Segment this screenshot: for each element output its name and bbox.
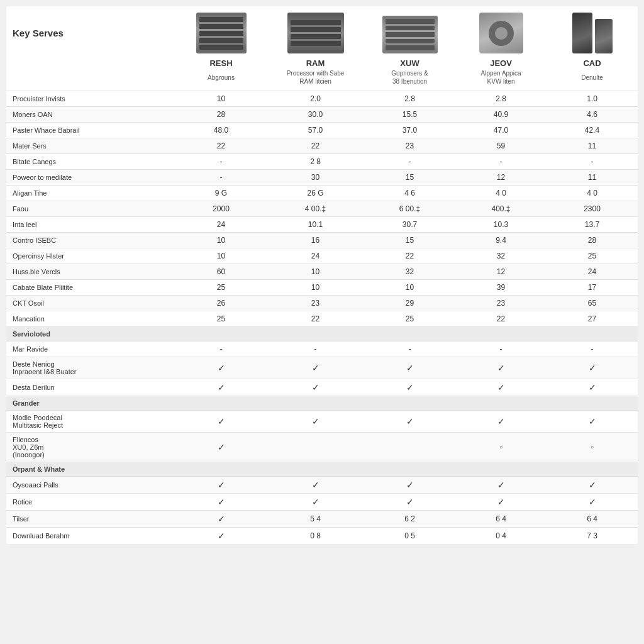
cell-cad: 2300	[547, 201, 638, 217]
ram-server-image	[287, 13, 344, 53]
row-label: Desta Derilun	[6, 379, 175, 396]
jeov-server-image	[479, 13, 523, 53]
cell-jeov: ✓	[455, 477, 547, 494]
cell-cad: 28	[547, 233, 638, 248]
resh-server-image	[196, 13, 247, 53]
table-row: Bitate Canegs-2 8---	[6, 154, 638, 170]
cell-cad: 25	[547, 248, 638, 264]
cell-resh: 48.0	[175, 123, 267, 138]
cell-ram: 10	[267, 280, 364, 296]
cell-ram: 22	[267, 138, 364, 154]
cell-jeov: 22	[455, 311, 547, 327]
cell-ram: 30.0	[267, 107, 364, 123]
checkmark-icon: ✓	[497, 363, 505, 373]
xuw-name: XUW	[364, 56, 455, 69]
cell-ram: 57.0	[267, 123, 364, 138]
name-row: RESH RAM XUW JEOV CAD	[6, 56, 638, 69]
checkmark-icon: ✓	[406, 497, 414, 507]
cell-jeov: ✓	[455, 494, 547, 511]
checkmark-icon: ✓	[312, 416, 319, 426]
row-label: Faou	[6, 201, 175, 217]
cell-cad: ✓	[547, 477, 638, 494]
table-row: Poweor to medilate-30151211	[6, 170, 638, 186]
row-label: Procuister Invists	[6, 91, 175, 107]
cell-ram: ✓	[267, 494, 364, 511]
cell-resh: 22	[175, 138, 267, 154]
row-label: Contro ISEBC	[6, 233, 175, 248]
cell-cad: 11	[547, 138, 638, 154]
cell-jeov: 47.0	[455, 123, 547, 138]
cell-cad: 4.6	[547, 107, 638, 123]
checkmark-icon: ✓	[218, 514, 225, 524]
row-label: Huss.ble Vercls	[6, 264, 175, 280]
cell-jeov: ◦	[455, 433, 547, 462]
row-label: Aligan Tihe	[6, 186, 175, 201]
table-row: Cabate Blate Pliitite2510103917	[6, 280, 638, 296]
cell-ram: 24	[267, 248, 364, 264]
table-row: CKT Osoil2623292365	[6, 296, 638, 311]
section-header-label: Servioloted	[6, 327, 638, 341]
row-label: Cabate Blate Pliitite	[6, 280, 175, 296]
jeov-image-cell	[455, 6, 547, 56]
table-row: Oysoaaci Palls✓✓✓✓✓	[6, 477, 638, 494]
ram-image-cell	[267, 6, 364, 56]
row-label: Poweor to medilate	[6, 170, 175, 186]
table-row: Downluad Berahm✓0 80 50 47 3	[6, 528, 638, 545]
checkmark-icon: ✓	[218, 497, 225, 507]
cell-ram: 4 00.‡	[267, 201, 364, 217]
cell-xuw: 32	[364, 264, 455, 280]
cell-xuw: 15	[364, 170, 455, 186]
table-row: Desta Derilun✓✓✓✓✓	[6, 379, 638, 396]
cad-name: CAD	[547, 56, 638, 69]
cell-xuw: 4 6	[364, 186, 455, 201]
checkmark-icon: ✓	[218, 480, 225, 490]
cell-resh: -	[175, 341, 267, 357]
comparison-table-wrapper: Key Serves	[6, 6, 638, 544]
cell-xuw	[364, 433, 455, 462]
cell-cad: 65	[547, 296, 638, 311]
row-label: Mar Ravide	[6, 341, 175, 357]
cell-xuw: 23	[364, 138, 455, 154]
cell-jeov: 4 0	[455, 186, 547, 201]
cell-xuw: 22	[364, 248, 455, 264]
cell-resh: 2000	[175, 201, 267, 217]
cell-resh: 28	[175, 107, 267, 123]
table-row: Tilser✓5 46 26 46 4	[6, 511, 638, 528]
cell-cad: 4 0	[547, 186, 638, 201]
table-row: Contro ISEBC1016159.428	[6, 233, 638, 248]
row-label: Tilser	[6, 511, 175, 528]
cell-resh: ✓	[175, 477, 267, 494]
checkmark-icon: ✓	[218, 363, 225, 373]
cell-cad: 1.0	[547, 91, 638, 107]
cell-xuw: ✓	[364, 411, 455, 433]
row-label: Bitate Canegs	[6, 154, 175, 170]
cell-cad: 7 3	[547, 528, 638, 545]
table-row: Paster Whace Babrail48.057.037.047.042.4	[6, 123, 638, 138]
cell-ram	[267, 433, 364, 462]
cell-ram: ✓	[267, 477, 364, 494]
jeov-name: JEOV	[455, 56, 547, 69]
cell-cad: -	[547, 154, 638, 170]
cell-resh: 26	[175, 296, 267, 311]
cell-ram: 26 G	[267, 186, 364, 201]
cell-ram: -	[267, 341, 364, 357]
table-row: Mancation2522252227	[6, 311, 638, 327]
table-row: Orpant & Whate	[6, 462, 638, 477]
cell-resh: ✓	[175, 357, 267, 379]
cell-jeov: 23	[455, 296, 547, 311]
cell-ram: 16	[267, 233, 364, 248]
row-label: Rotice	[6, 494, 175, 511]
checkmark-icon: ✓	[589, 416, 596, 426]
cell-ram: ✓	[267, 411, 364, 433]
xuw-image-cell	[364, 6, 455, 56]
cell-jeov: 400.‡	[455, 201, 547, 217]
cell-ram: ✓	[267, 357, 364, 379]
cell-resh: ✓	[175, 379, 267, 396]
cell-resh: ✓	[175, 528, 267, 545]
checkmark-icon: ✓	[312, 497, 319, 507]
cell-jeov: 10.3	[455, 217, 547, 233]
cell-xuw: 6 00.‡	[364, 201, 455, 217]
table-row: Moners OAN2830.015.540.94.6	[6, 107, 638, 123]
table-row: Aligan Tihe9 G26 G4 64 04 0	[6, 186, 638, 201]
cell-xuw: 10	[364, 280, 455, 296]
